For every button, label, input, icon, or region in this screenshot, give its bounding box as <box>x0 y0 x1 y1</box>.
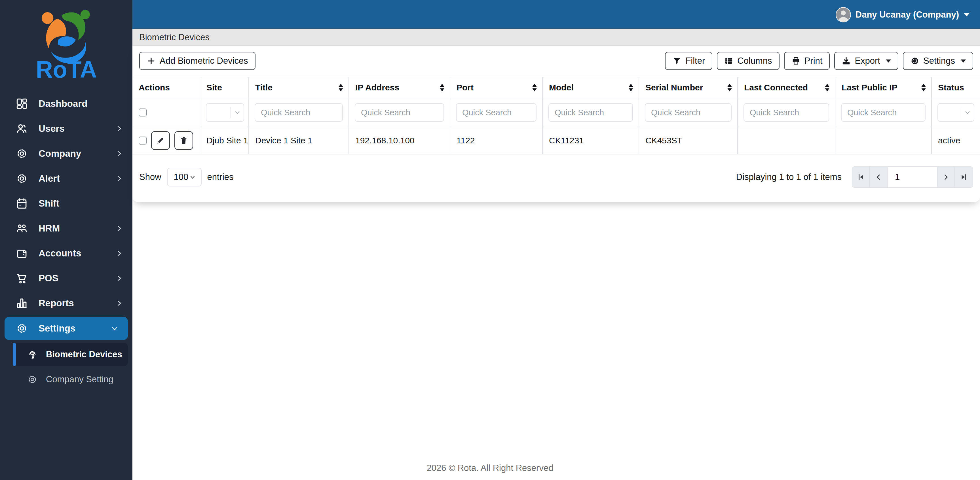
print-button-label: Print <box>805 56 822 66</box>
column-header-title[interactable]: Title <box>249 77 349 98</box>
sidebar-item-label: Company <box>38 148 115 159</box>
sidebar-item-pos[interactable]: POS <box>0 266 132 291</box>
caret-down-icon <box>961 60 966 63</box>
first-page-icon <box>857 173 865 181</box>
sort-icon <box>628 83 634 92</box>
last-page-button[interactable] <box>955 167 973 187</box>
sidebar-item-alert[interactable]: Alert <box>0 166 132 191</box>
settings-button-label: Settings <box>923 56 955 66</box>
model-search-input[interactable] <box>549 103 633 122</box>
chevron-down-icon <box>231 109 243 116</box>
sort-icon <box>439 83 445 92</box>
port-search-input[interactable] <box>456 103 536 122</box>
chevron-right-icon <box>115 125 123 132</box>
filter-button[interactable]: Filter <box>665 52 712 70</box>
export-button-label: Export <box>855 56 880 66</box>
table-settings-button[interactable]: Settings <box>903 52 973 70</box>
delete-button[interactable] <box>174 131 193 150</box>
filter-icon <box>672 56 681 65</box>
caret-down-icon <box>886 60 891 63</box>
table-search-row <box>132 98 980 127</box>
people-group-icon <box>15 222 29 235</box>
column-header-last-connected[interactable]: Last Connected <box>738 77 835 98</box>
current-page-input[interactable] <box>888 167 937 187</box>
page-size-select[interactable]: 100 <box>167 168 202 187</box>
row-checkbox[interactable] <box>138 136 146 144</box>
sidebar-item-users[interactable]: Users <box>0 116 132 141</box>
svg-text:RoTA: RoTA <box>36 56 97 81</box>
chevron-down-icon <box>189 174 196 181</box>
sort-icon <box>824 83 830 92</box>
chevron-right-icon <box>115 175 123 182</box>
cell-ip-address: 192.168.10.100 <box>349 127 450 154</box>
chevron-down-icon <box>111 325 118 332</box>
chevron-down-icon <box>961 109 974 116</box>
print-button[interactable]: Print <box>784 52 830 70</box>
column-header-ip-address[interactable]: IP Address <box>349 77 450 98</box>
sidebar-item-accounts[interactable]: Accounts <box>0 241 132 266</box>
chevron-right-icon <box>115 250 123 257</box>
sidebar-item-settings[interactable]: Settings <box>5 317 128 340</box>
sidebar: RoTA Dashboard Users Com <box>0 0 132 480</box>
columns-button-label: Columns <box>737 56 772 66</box>
sort-icon <box>920 83 927 92</box>
filter-button-label: Filter <box>686 56 705 66</box>
sidebar-item-shift[interactable]: Shift <box>0 191 132 216</box>
toolbar: Add Biometric Devices Filter Columns <box>132 46 980 77</box>
sort-icon <box>338 83 344 92</box>
sidebar-item-label: Reports <box>38 298 115 309</box>
pagination-summary: Displaying 1 to 1 of 1 items <box>736 172 842 182</box>
sidebar-item-dashboard[interactable]: Dashboard <box>0 91 132 116</box>
sidebar-item-hrm[interactable]: HRM <box>0 216 132 241</box>
footer-copyright: 2026 © Rota. All Right Reserved <box>0 463 980 473</box>
title-search-input[interactable] <box>255 103 343 122</box>
entries-label: entries <box>207 172 234 182</box>
column-header-serial-number[interactable]: Serial Number <box>639 77 738 98</box>
sort-icon <box>727 83 733 92</box>
columns-button[interactable]: Columns <box>717 52 779 70</box>
user-name: Dany Ucanay (Company) <box>856 10 959 20</box>
export-icon <box>842 56 851 65</box>
users-icon <box>15 122 29 135</box>
next-page-button[interactable] <box>937 167 955 187</box>
last-public-ip-search-input[interactable] <box>841 103 926 122</box>
toolbar-right: Filter Columns Print <box>665 52 973 70</box>
chevron-right-icon <box>115 274 123 282</box>
edit-button[interactable] <box>151 131 170 150</box>
sidebar-item-company-setting[interactable]: Company Setting <box>13 368 128 391</box>
user-menu[interactable]: Dany Ucanay (Company) <box>836 7 970 22</box>
sidebar-item-biometric-devices[interactable]: Biometric Devices <box>13 343 128 366</box>
content-card: Add Biometric Devices Filter Columns <box>132 46 980 202</box>
ip-address-search-input[interactable] <box>355 103 444 122</box>
site-filter-select[interactable] <box>206 103 244 122</box>
export-button[interactable]: Export <box>834 52 898 70</box>
cell-title: Device 1 Site 1 <box>249 127 349 154</box>
serial-number-search-input[interactable] <box>645 103 732 122</box>
main-area: Dany Ucanay (Company) Biometric Devices … <box>132 0 980 480</box>
pagination-bar: Show 100 entries Displaying 1 to 1 of 1 … <box>132 154 980 188</box>
sidebar-item-company[interactable]: Company <box>0 141 132 166</box>
chevron-right-icon <box>115 225 123 232</box>
wallet-icon <box>15 247 29 260</box>
app-logo: RoTA <box>0 0 132 85</box>
column-header-last-public-ip[interactable]: Last Public IP <box>835 77 932 98</box>
prev-page-button[interactable] <box>870 167 888 187</box>
sidebar-item-label: Company Setting <box>46 374 113 385</box>
add-button-label: Add Biometric Devices <box>160 56 248 66</box>
sidebar-item-reports[interactable]: Reports <box>0 291 132 316</box>
sidebar-nav: Dashboard Users Company Al <box>0 91 132 391</box>
sidebar-item-label: Users <box>38 123 115 134</box>
last-connected-search-input[interactable] <box>743 103 829 122</box>
bar-chart-icon <box>15 297 29 310</box>
gear-icon <box>15 172 29 185</box>
column-header-port[interactable]: Port <box>450 77 542 98</box>
add-biometric-devices-button[interactable]: Add Biometric Devices <box>139 52 256 70</box>
rota-logo-icon: RoTA <box>31 5 102 81</box>
gear-icon <box>15 147 29 160</box>
sidebar-item-label: Shift <box>38 198 123 209</box>
select-all-checkbox[interactable] <box>138 109 146 116</box>
status-filter-select[interactable] <box>937 103 974 122</box>
column-header-model[interactable]: Model <box>542 77 639 98</box>
calendar-icon <box>15 197 29 210</box>
first-page-button[interactable] <box>853 167 870 187</box>
